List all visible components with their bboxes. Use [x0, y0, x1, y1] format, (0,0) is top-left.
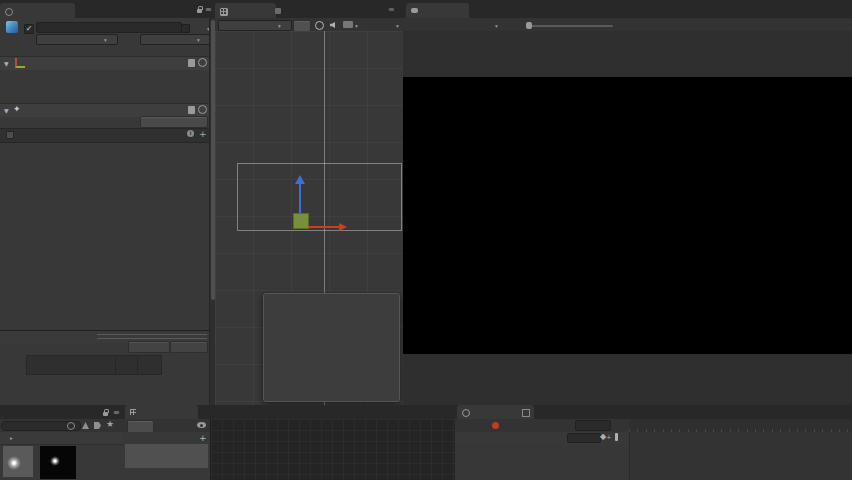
game-viewport[interactable]	[403, 31, 852, 405]
particle-texture-glow	[7, 456, 21, 470]
particle-effect-panel	[263, 293, 400, 402]
scale-slider-track[interactable]	[527, 25, 613, 27]
game-render-area	[403, 77, 852, 354]
project-panel: ≡ ★ ▸	[0, 405, 123, 480]
scene-effects-icon[interactable]	[343, 21, 353, 28]
tab-animator[interactable]	[125, 405, 198, 419]
transform-fold-icon[interactable]: ▼	[4, 60, 9, 67]
unity-editor-window: ≡ ✓ ▾ ▾ ▾ ▼ ▼ ✦	[0, 0, 852, 480]
particle-system-icon: ✦	[13, 104, 21, 114]
gizmo-center-handle[interactable]	[293, 213, 309, 229]
particle-system-fold-icon[interactable]: ▼	[4, 107, 9, 114]
layer-dropdown[interactable]	[140, 34, 211, 45]
particle-texture-dot	[50, 456, 60, 466]
optimize-button[interactable]	[128, 341, 170, 353]
name-field[interactable]	[36, 22, 182, 33]
dopesheet-right[interactable]	[629, 432, 852, 480]
scene-viewport[interactable]	[215, 31, 403, 405]
frame-field[interactable]	[575, 420, 611, 431]
module-header[interactable]	[0, 128, 209, 143]
gameobject-icon	[6, 21, 18, 33]
curves-preset-box[interactable]	[26, 355, 162, 375]
transform-header[interactable]	[0, 56, 209, 70]
open-editor-button[interactable]	[140, 116, 208, 128]
particle-system-preset-icon[interactable]	[188, 106, 195, 114]
project-lock-shackle	[104, 409, 109, 413]
inspector-menu-icon[interactable]: ≡	[205, 5, 212, 14]
particle-system-properties	[0, 147, 209, 330]
samples-field[interactable]	[567, 433, 601, 443]
animator-graph-area[interactable]	[210, 419, 456, 480]
tab-inspector[interactable]	[0, 3, 75, 18]
animator-left-column: +	[123, 432, 210, 480]
game-toolbar	[403, 18, 852, 32]
curves-divider	[97, 334, 207, 339]
dopesheet-left	[455, 444, 629, 480]
static-checkbox[interactable]	[181, 24, 190, 33]
animation-panel: ◆+	[455, 405, 852, 480]
tab-scene[interactable]	[215, 3, 276, 18]
asset-store-icon	[275, 8, 281, 14]
module-plus-icon[interactable]: +	[199, 129, 207, 139]
inspector-icon	[5, 8, 13, 16]
tab-timeline[interactable]	[517, 405, 588, 419]
record-button[interactable]	[492, 422, 499, 429]
scene-grid-icon	[220, 8, 228, 16]
gizmos-caret-icon: ▾	[396, 23, 399, 29]
animator-icon	[130, 409, 136, 415]
scale-slider-knob[interactable]	[526, 22, 532, 29]
scene-effects-caret-icon: ▾	[355, 23, 358, 29]
project-breadcrumb-bar	[0, 432, 123, 445]
transform-gear-icon[interactable]	[198, 58, 207, 67]
module-info-icon[interactable]: i	[187, 130, 194, 137]
scene-panel: ≡ ▾ ▾ ▾	[215, 0, 403, 405]
frustum-line-top	[215, 132, 403, 133]
add-keyframe-icon[interactable]: ◆+	[600, 432, 611, 441]
game-tabbar	[403, 0, 852, 18]
add-event-icon[interactable]	[615, 433, 618, 441]
curves-preset-divider	[115, 356, 116, 374]
camera-bounds-rect	[237, 163, 402, 231]
aspect-caret-icon: ▾	[495, 23, 498, 29]
breadcrumb-arrow-icon: ▸	[10, 435, 13, 441]
active-checkbox[interactable]: ✓	[24, 24, 34, 34]
transform-preset-icon[interactable]	[188, 59, 195, 67]
transform-icon	[15, 58, 25, 68]
animator-panel: +	[123, 405, 455, 480]
animation-clock-icon	[462, 409, 470, 417]
lock-icon-shackle	[198, 6, 203, 10]
shading-caret-icon: ▾	[278, 23, 281, 29]
timeline-ruler[interactable]	[629, 419, 852, 433]
timeline-icon	[522, 409, 530, 417]
add-layer-plus-icon[interactable]: +	[199, 433, 207, 443]
asset-thumbnail-selected[interactable]	[3, 446, 33, 477]
gizmo-x-arrow-icon[interactable]	[339, 223, 347, 231]
tag-caret-icon: ▾	[104, 37, 107, 43]
tab-asset-store[interactable]	[270, 3, 355, 18]
project-menu-icon[interactable]: ≡	[113, 408, 120, 417]
gizmo-x-shaft[interactable]	[308, 226, 339, 228]
inspector-panel: ≡ ✓ ▾ ▾ ▾ ▼ ▼ ✦	[0, 0, 215, 405]
particle-system-gear-icon[interactable]	[198, 105, 207, 114]
game-panel: ▾	[403, 0, 852, 405]
layer-caret-icon: ▾	[197, 37, 200, 43]
search-clear-icon[interactable]	[67, 422, 75, 430]
remove-button[interactable]	[170, 341, 208, 353]
curves-preset-divider2	[137, 356, 138, 374]
module-handle-icon	[6, 131, 14, 139]
gizmo-y-arrow-icon[interactable]	[295, 175, 305, 184]
gizmo-y-shaft[interactable]	[299, 184, 301, 213]
layers-empty-box	[125, 444, 208, 468]
favorites-star-icon[interactable]: ★	[106, 419, 114, 429]
scene-menu-icon[interactable]: ≡	[388, 5, 395, 14]
scene-light-icon[interactable]	[315, 21, 324, 30]
particle-system-header[interactable]	[0, 103, 209, 117]
tab-game[interactable]	[406, 3, 469, 18]
game-icon	[411, 8, 418, 13]
eye-icon[interactable]	[197, 422, 206, 428]
asset-thumbnail[interactable]	[40, 446, 76, 479]
